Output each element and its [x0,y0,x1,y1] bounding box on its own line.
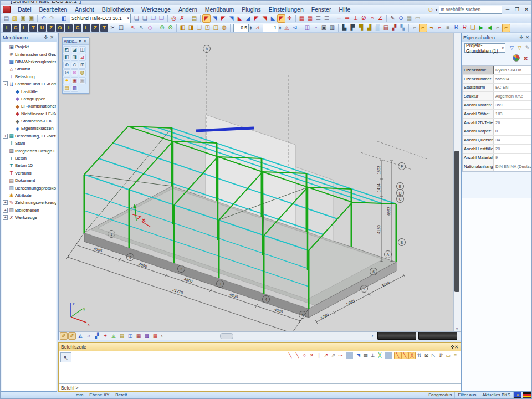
view-tool-icon[interactable]: ◍ [79,69,86,76]
toolbar-icon[interactable] [167,15,168,22]
menu-item[interactable]: Ansicht [71,6,98,13]
menu-item[interactable]: Einstellungen [265,6,308,13]
open-icon[interactable]: ▧ [11,14,19,23]
toolbar-icon[interactable]: ◣ [269,14,277,23]
snap-icon[interactable]: ▭ [444,352,452,359]
view-tab-icon[interactable]: ◭ [76,332,84,340]
property-row[interactable]: Anzahl Materialien: 9 [463,154,531,162]
status-filter[interactable]: Filter aus [455,392,479,398]
toolbar-icon[interactable]: ↖ [129,24,137,32]
select-cursor-button[interactable]: ↖ [60,352,71,362]
property-value[interactable]: 0 [494,127,531,136]
tree-item[interactable]: ◆ Lastfälle [3,88,56,95]
tree-expander[interactable] [3,193,8,198]
snap-icon[interactable]: ⇗ [330,352,337,359]
tree-item[interactable]: + ✎ Zeichnungswerkzeuge [3,199,56,206]
view-tab-icon[interactable]: ▤ [118,332,126,340]
toolbar-icon[interactable]: ◀ [485,24,494,32]
view-tab-icon[interactable]: ▦ [151,332,159,340]
3d-viewport[interactable]: 4585 4800 4800 4800 4585 21770 1280 5085… [58,33,461,340]
toolbar-icon[interactable]: ◤ [219,14,227,23]
toolbar-icon[interactable]: ◤ [252,14,260,23]
tree-item[interactable]: + ✗ Werkzeuge [3,214,56,221]
toolbar-icon[interactable]: ◥ [227,14,236,23]
snap-icon[interactable]: ╳ [408,352,416,359]
tree-expander[interactable]: + [3,208,8,213]
view-thumbnail[interactable] [377,332,416,340]
tree-expander[interactable] [3,74,8,79]
toolbar-icon[interactable]: ◍ [220,24,228,32]
tree-expander[interactable] [9,119,14,124]
tree-item[interactable]: ▨ Integriertes Design Forms [3,147,56,154]
tree-expander[interactable] [3,186,8,191]
help-smiley-icon[interactable]: ☺ [427,6,434,13]
toolbar-icon[interactable]: ▦ [405,14,413,23]
menu-item[interactable]: Hilfe [335,6,354,13]
structure-drawing[interactable]: 4585 4800 4800 4800 4585 21770 1280 5085… [59,33,455,332]
property-row[interactable]: Struktur Allgemein XYZ [463,92,531,101]
toolbar-icon[interactable]: ⌐ [411,24,419,32]
status-snap-mode[interactable]: Fangmodus [426,392,455,398]
tree-item[interactable]: ◆ Stahlbeton-LFK [3,117,56,125]
toolbar-icon[interactable]: Ø [360,14,368,23]
property-row[interactable]: Anzahl Stäbe: 183 [463,110,531,119]
property-value[interactable]: 9 [494,154,531,162]
toolbar-icon[interactable] [188,15,188,22]
view-tab-icon[interactable]: ◫ [126,332,134,340]
toolbar-icon[interactable]: ☰ [323,14,331,23]
snap-icon[interactable]: ◥ [355,352,362,359]
view-tool-icon[interactable]: ⊖ [71,62,78,69]
toolbar-icon[interactable]: ✜ [285,14,294,23]
snap-icon[interactable]: ▦ [362,352,369,359]
status-plane[interactable]: Ebene XY [86,392,112,398]
snap-icon[interactable]: ∣ [315,352,323,359]
toolbar-icon[interactable]: ⌐ [419,24,427,32]
snap-icon[interactable]: ╲ [394,352,401,359]
toolbar-icon[interactable]: ⊙ [166,24,175,32]
pin-icon[interactable]: ✜ [451,344,454,350]
tree-item[interactable]: + ▦ Berechnung, FE-Netz [3,132,56,140]
snap-icon[interactable]: ✕ [308,352,315,359]
tree-item[interactable]: ▥ Berechnungsprotokoll [3,184,56,191]
command-prompt[interactable]: Befehl > [59,383,461,391]
toolbar-icon[interactable] [58,15,58,22]
pin-icon[interactable]: ✜ [518,35,524,40]
snap-icon[interactable]: ≡ [452,352,459,359]
toolbar-icon[interactable]: ◰ [203,24,212,32]
tree-item[interactable]: ▤ Dokument [3,177,56,184]
toolbar-icon[interactable]: L [83,24,90,32]
tree-item[interactable]: ⌂ Struktur [3,65,56,73]
view-tool-icon[interactable]: ◧ [63,54,70,61]
toolbar-icon[interactable]: ✂ [109,24,117,32]
toolbar-icon[interactable]: ▙ [340,24,349,32]
snap-icon[interactable]: ⇅ [416,352,423,359]
spin-down-icon[interactable]: ▼ [249,28,252,30]
tree-expander[interactable] [9,104,14,109]
toolbar-icon[interactable]: R [452,24,461,32]
view-tool-icon[interactable]: ◨ [71,54,78,61]
toolbar-icon[interactable]: ▦ [298,14,306,23]
toolbar-icon[interactable]: C [12,24,19,32]
view-tool-icon[interactable]: ⊛ [71,69,78,76]
view-tool-icon[interactable]: ⊘ [63,69,70,76]
toolbar-icon[interactable]: ◫ [303,24,311,32]
toolbar-icon[interactable] [408,24,409,32]
property-value[interactable]: 34 [494,136,531,144]
toolbar-icon[interactable] [332,15,333,22]
toolbar-icon[interactable] [156,24,156,32]
pin-icon[interactable]: ✜ [43,35,49,40]
tree-expander[interactable]: + [3,134,8,139]
view-thumbnail[interactable] [418,332,457,340]
tree-expander[interactable] [3,156,8,161]
property-value[interactable]: DIN EN NA (Deutsc... [494,162,531,171]
toolbar-icon[interactable]: ◨ [187,24,195,32]
toolbar-icon[interactable]: ◫ [117,24,125,32]
tree-item[interactable]: - ⇊ Lastfälle und LF-Kombinatic [3,80,56,88]
eurocode-icon[interactable] [514,392,521,398]
scroll-down-icon[interactable]: ˅ [454,327,460,331]
toolbar-icon[interactable]: ⊙ [158,24,166,32]
tree-expander[interactable]: + [3,200,8,205]
property-row[interactable]: Anzahl Körper: 0 [463,127,531,136]
toolbar-icon[interactable]: I [3,24,11,32]
toolbar-icon[interactable] [200,15,201,22]
